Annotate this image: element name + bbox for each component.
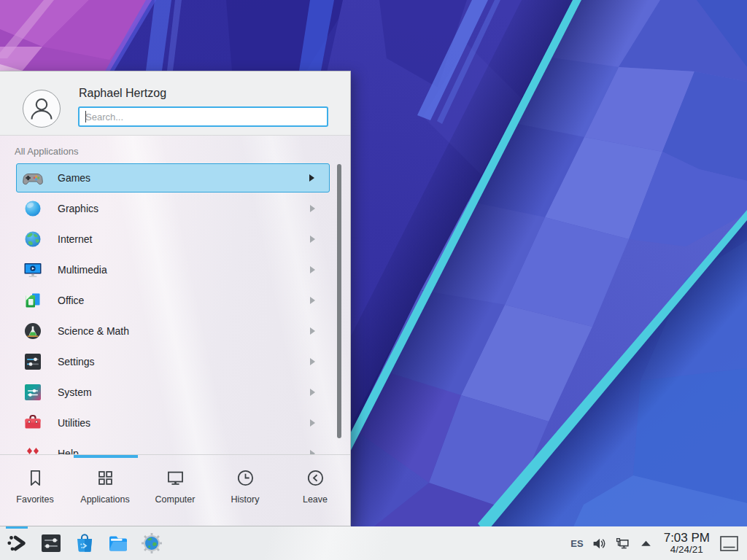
category-item-system[interactable]: System	[16, 378, 330, 407]
network-icon[interactable]	[615, 536, 630, 551]
category-label: Utilities	[58, 417, 90, 429]
application-launcher: Raphael Hertzog All Applications Games G…	[0, 71, 351, 526]
category-list-viewport: All Applications Games Graphics Internet…	[0, 136, 350, 454]
avatar	[23, 90, 61, 128]
launcher-system-settings[interactable]	[38, 526, 64, 560]
category-item-help[interactable]: Help	[16, 439, 330, 454]
tab-label: Applications	[80, 494, 129, 505]
computer-icon	[166, 468, 185, 488]
category-item-utilities[interactable]: Utilities	[16, 408, 330, 438]
tab-label: Favorites	[16, 494, 53, 505]
submenu-arrow-icon	[310, 205, 315, 212]
graphics-sphere-icon	[23, 198, 43, 219]
category-item-multimedia[interactable]: Multimedia	[16, 255, 330, 284]
clock-date: 4/24/21	[670, 545, 703, 555]
submenu-arrow-icon	[310, 297, 315, 304]
internet-globe-icon	[23, 229, 43, 249]
submenu-arrow-icon	[309, 174, 314, 182]
show-desktop-icon	[719, 535, 739, 552]
tab-label: Computer	[155, 494, 196, 505]
submenu-arrow-icon	[310, 327, 315, 335]
submenu-arrow-icon	[310, 358, 315, 365]
launcher-file-manager[interactable]	[105, 526, 131, 560]
app-grid-icon	[96, 468, 115, 488]
tab-history[interactable]: History	[210, 468, 280, 526]
tab-computer[interactable]: Computer	[140, 468, 210, 526]
section-label: All Applications	[15, 146, 78, 157]
category-label: Science & Math	[58, 325, 129, 337]
taskbar-panel: ES 7:03 PM 4/24/21	[0, 526, 747, 560]
category-label: Multimedia	[58, 264, 107, 276]
launcher-web-browser[interactable]	[139, 526, 165, 560]
bookmark-icon	[26, 468, 45, 488]
show-desktop-button[interactable]	[719, 535, 739, 552]
category-label: Help	[58, 448, 79, 454]
history-clock-icon	[236, 468, 255, 488]
active-task-indicator	[6, 526, 28, 529]
launcher-header: Raphael Hertzog	[0, 71, 350, 136]
tab-bar: Favorites Applications Computer History …	[0, 455, 350, 526]
science-flask-icon	[23, 321, 43, 341]
tab-label: Leave	[303, 494, 328, 505]
clock-time: 7:03 PM	[664, 532, 710, 545]
discover-bag-icon	[73, 532, 96, 555]
system-tray: ES 7:03 PM 4/24/21	[570, 526, 747, 560]
submenu-arrow-icon	[310, 389, 315, 396]
category-item-science-math[interactable]: Science & Math	[16, 316, 330, 346]
user-name: Raphael Hertzog	[79, 87, 166, 100]
system-sliders-icon	[23, 382, 43, 402]
volume-icon[interactable]	[592, 536, 607, 551]
office-documents-icon	[23, 290, 43, 311]
launcher-discover[interactable]	[71, 526, 98, 560]
system-settings-icon	[39, 532, 63, 555]
kickoff-icon	[6, 532, 29, 555]
leave-icon	[306, 468, 325, 488]
category-item-graphics[interactable]: Graphics	[16, 194, 330, 223]
keyboard-layout-indicator[interactable]: ES	[570, 538, 583, 549]
category-item-office[interactable]: Office	[16, 286, 330, 315]
category-item-games[interactable]: Games	[16, 163, 330, 192]
tab-applications[interactable]: Applications	[70, 468, 140, 526]
active-tab-indicator	[74, 455, 138, 458]
launcher-kickoff-launcher[interactable]	[4, 526, 31, 560]
gamepad-icon	[23, 168, 43, 188]
category-item-internet[interactable]: Internet	[16, 225, 330, 254]
submenu-arrow-icon	[310, 266, 315, 273]
tab-label: History	[231, 494, 260, 505]
submenu-arrow-icon	[310, 236, 315, 243]
launcher-footer: Favorites Applications Computer History …	[0, 454, 350, 526]
tab-favorites[interactable]: Favorites	[0, 468, 70, 526]
desktop: Raphael Hertzog All Applications Games G…	[0, 0, 747, 560]
category-label: Office	[58, 295, 84, 306]
category-list: Games Graphics Internet Multimedia Offic…	[0, 163, 350, 454]
category-label: Games	[58, 172, 90, 184]
settings-sliders-icon	[23, 351, 43, 372]
utilities-toolbox-icon	[23, 413, 43, 433]
text-caret	[85, 111, 86, 122]
expand-tray-icon[interactable]	[638, 536, 654, 551]
multimedia-monitor-icon	[23, 260, 43, 280]
submenu-arrow-icon	[310, 419, 315, 427]
folder-icon	[107, 532, 130, 555]
category-item-settings[interactable]: Settings	[16, 347, 330, 376]
category-label: Settings	[58, 356, 95, 368]
clock[interactable]: 7:03 PM 4/24/21	[664, 532, 710, 555]
scrollbar-thumb[interactable]	[337, 164, 341, 438]
help-icon	[23, 443, 43, 454]
search-input[interactable]	[78, 106, 328, 127]
task-launchers	[4, 526, 165, 560]
category-label: Internet	[58, 233, 92, 245]
category-label: Graphics	[58, 203, 98, 214]
globe-gear-icon	[140, 532, 163, 555]
category-label: System	[58, 386, 92, 398]
tab-leave[interactable]: Leave	[280, 468, 350, 526]
